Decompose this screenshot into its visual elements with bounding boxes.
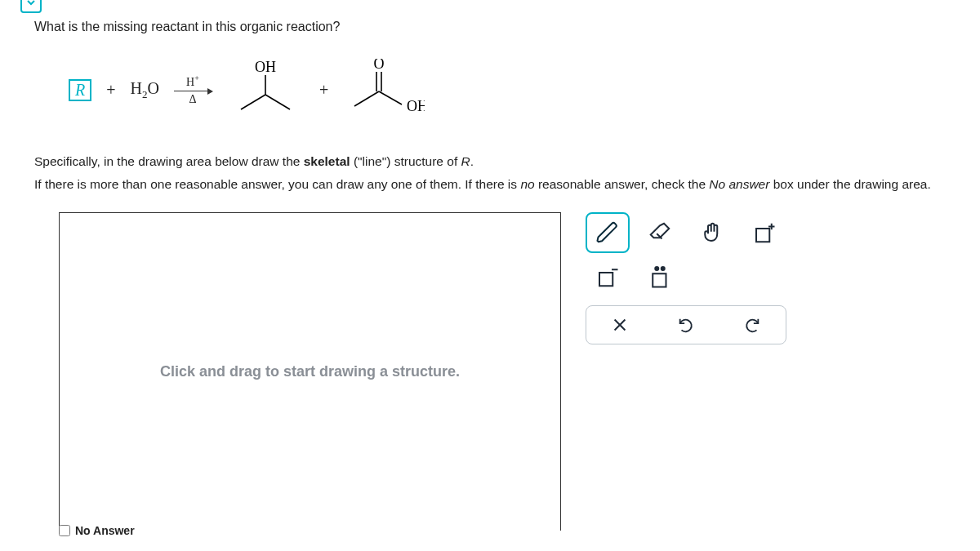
collapse-toggle[interactable]: [20, 0, 42, 13]
close-icon: [611, 316, 629, 334]
clear-button[interactable]: [586, 316, 653, 334]
redo-button[interactable]: [719, 316, 786, 334]
instr-bold: skeletal: [304, 154, 350, 168]
product-2-structure: O OH: [343, 59, 425, 121]
instr-text: If there is more than one reasonable ans…: [34, 177, 520, 191]
svg-line-5: [354, 91, 379, 106]
reactant-placeholder: R: [69, 79, 91, 101]
box-dots-icon: [648, 264, 672, 289]
svg-point-13: [655, 267, 658, 270]
arrow-condition-top: H+: [186, 73, 199, 89]
instr-text: reasonable answer, check the: [535, 177, 710, 191]
oh-label: OH: [407, 98, 425, 114]
reaction-arrow: H+ Δ: [174, 73, 212, 106]
instr-text: ("line") structure of: [350, 154, 461, 168]
water-formula: H2O: [131, 79, 159, 101]
instr-ital: No answer: [709, 177, 769, 191]
grab-tool[interactable]: [690, 212, 734, 253]
undo-button[interactable]: [653, 316, 719, 334]
hand-icon: [700, 220, 724, 245]
svg-rect-7: [756, 229, 769, 242]
box-minus-icon: [595, 264, 620, 289]
svg-rect-10: [599, 273, 612, 286]
charge-minus-tool[interactable]: [586, 256, 630, 297]
tool-palette: [586, 212, 786, 341]
pencil-tool[interactable]: [586, 212, 630, 253]
question-prompt: What is the missing reactant in this org…: [34, 20, 946, 34]
eraser-icon: [648, 220, 672, 245]
svg-rect-12: [653, 273, 666, 287]
svg-line-2: [265, 95, 290, 109]
instr-var: R: [461, 154, 470, 168]
lone-pair-tool[interactable]: [638, 256, 682, 297]
instr-text: box under the drawing area.: [769, 177, 930, 191]
plus-sign: +: [106, 81, 115, 100]
instructions: Specifically, in the drawing area below …: [34, 150, 946, 196]
no-answer-label: No Answer: [75, 524, 135, 537]
eraser-tool[interactable]: [638, 212, 682, 253]
pencil-icon: [595, 220, 620, 245]
o-label: O: [374, 59, 385, 72]
no-answer-checkbox[interactable]: No Answer: [59, 524, 135, 537]
canvas-hint: Click and drag to start drawing a struct…: [160, 362, 460, 382]
instr-text: .: [470, 154, 474, 168]
charge-plus-tool[interactable]: [742, 212, 786, 253]
product-1-structure: OH: [226, 60, 305, 119]
instr-text: Specifically, in the drawing area below …: [34, 154, 304, 168]
chevron-down-icon: [24, 0, 38, 9]
arrow-condition-bottom: Δ: [189, 93, 196, 106]
drawing-canvas[interactable]: Click and drag to start drawing a struct…: [59, 212, 561, 531]
action-row: [586, 305, 786, 344]
svg-point-14: [662, 267, 665, 270]
svg-line-1: [241, 95, 265, 109]
oh-label: OH: [255, 60, 276, 75]
instr-ital: no: [520, 177, 534, 191]
redo-icon: [743, 316, 761, 334]
plus-sign: +: [319, 81, 328, 100]
box-plus-icon: [752, 220, 777, 245]
no-answer-input[interactable]: [59, 525, 70, 536]
svg-line-6: [379, 91, 402, 104]
undo-icon: [677, 316, 695, 334]
reaction-equation: R + H2O H+ Δ OH + O OH: [69, 59, 946, 121]
